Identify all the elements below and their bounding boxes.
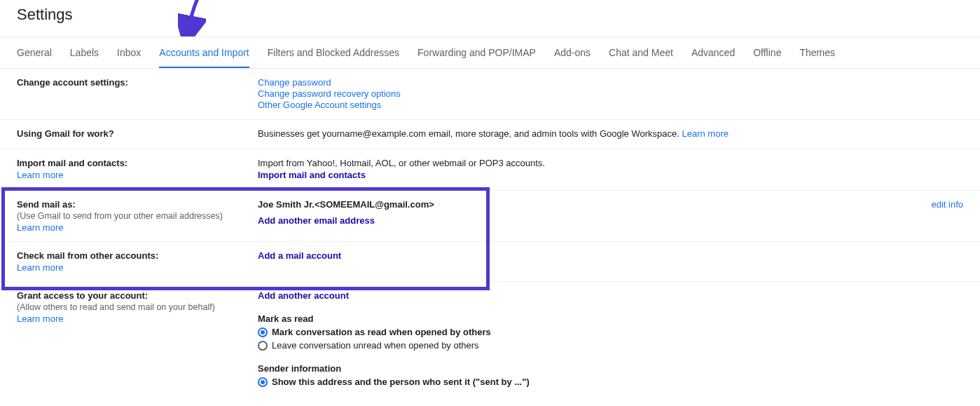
- radio-unchecked-icon: [258, 341, 268, 351]
- send-mail-as-label: Send mail as:: [17, 199, 247, 210]
- tab-labels[interactable]: Labels: [70, 37, 99, 68]
- tab-accounts-and-import[interactable]: Accounts and Import: [159, 37, 249, 68]
- grant-access-label: Grant access to your account:: [17, 290, 247, 301]
- sender-info-option-1[interactable]: Show this address and the person who sen…: [258, 377, 963, 387]
- check-mail-learn-more-link[interactable]: Learn more: [17, 262, 63, 273]
- mark-as-read-option-1-label: Mark conversation as read when opened by…: [272, 327, 491, 337]
- workspace-learn-more-link[interactable]: Learn more: [682, 128, 728, 139]
- sender-info-option-1-label: Show this address and the person who sen…: [272, 377, 530, 387]
- mark-as-read-heading: Mark as read: [258, 313, 963, 324]
- send-mail-as-sub: (Use Gmail to send from your other email…: [17, 211, 247, 221]
- edit-info-link[interactable]: edit info: [931, 199, 963, 210]
- tab-general[interactable]: General: [17, 37, 52, 68]
- row-send-mail-as: Send mail as: (Use Gmail to send from yo…: [0, 191, 980, 242]
- change-password-link[interactable]: Change password: [258, 77, 331, 88]
- change-account-settings-label: Change account settings:: [17, 77, 247, 88]
- row-check-mail-from-other-accounts: Check mail from other accounts: Learn mo…: [0, 242, 980, 282]
- tab-themes[interactable]: Themes: [799, 37, 835, 68]
- tab-add-ons[interactable]: Add-ons: [554, 37, 591, 68]
- tab-offline[interactable]: Offline: [753, 37, 781, 68]
- tab-filters-and-blocked-addresses[interactable]: Filters and Blocked Addresses: [268, 37, 399, 68]
- mark-as-read-option-1[interactable]: Mark conversation as read when opened by…: [258, 327, 963, 337]
- add-another-account-link[interactable]: Add another account: [258, 290, 349, 301]
- settings-tabs: GeneralLabelsInboxAccounts and ImportFil…: [0, 37, 980, 69]
- row-change-account-settings: Change account settings: Change password…: [0, 69, 980, 120]
- using-gmail-for-work-label: Using Gmail for work?: [17, 128, 247, 139]
- radio-checked-icon: [258, 377, 268, 387]
- radio-checked-icon: [258, 327, 268, 337]
- row-using-gmail-for-work: Using Gmail for work? Businesses get you…: [0, 120, 980, 149]
- row-import-mail-and-contacts: Import mail and contacts: Learn more Imp…: [0, 149, 980, 191]
- import-mail-and-contacts-label: Import mail and contacts:: [17, 158, 247, 168]
- tab-forwarding-and-pop-imap[interactable]: Forwarding and POP/IMAP: [417, 37, 536, 68]
- import-mail-and-contacts-link[interactable]: Import mail and contacts: [258, 170, 366, 180]
- other-google-account-settings-link[interactable]: Other Google Account settings: [258, 100, 381, 110]
- sender-information-heading: Sender information: [258, 363, 963, 374]
- send-mail-as-learn-more-link[interactable]: Learn more: [17, 222, 63, 233]
- change-password-recovery-link[interactable]: Change password recovery options: [258, 88, 401, 99]
- mark-as-read-option-2-label: Leave conversation unread when opened by…: [272, 340, 479, 351]
- row-grant-access: Grant access to your account: (Allow oth…: [0, 282, 980, 395]
- grant-access-sub: (Allow others to read and send mail on y…: [17, 302, 247, 312]
- add-another-email-link[interactable]: Add another email address: [258, 215, 375, 226]
- import-mail-learn-more-link[interactable]: Learn more: [17, 170, 63, 180]
- mark-as-read-option-2[interactable]: Leave conversation unread when opened by…: [258, 340, 963, 351]
- grant-access-learn-more-link[interactable]: Learn more: [17, 313, 63, 324]
- check-mail-label: Check mail from other accounts:: [17, 250, 247, 261]
- add-a-mail-account-link[interactable]: Add a mail account: [258, 250, 341, 261]
- import-mail-desc: Import from Yahoo!, Hotmail, AOL, or oth…: [258, 158, 963, 168]
- tab-inbox[interactable]: Inbox: [117, 37, 141, 68]
- send-as-identity: Joe Smith Jr.<SOMEEMAIL@gmail.com>: [258, 199, 434, 210]
- tab-chat-and-meet[interactable]: Chat and Meet: [609, 37, 673, 68]
- workspace-text: Businesses get yourname@example.com emai…: [258, 128, 682, 139]
- tab-advanced[interactable]: Advanced: [691, 37, 735, 68]
- page-title: Settings: [0, 0, 980, 37]
